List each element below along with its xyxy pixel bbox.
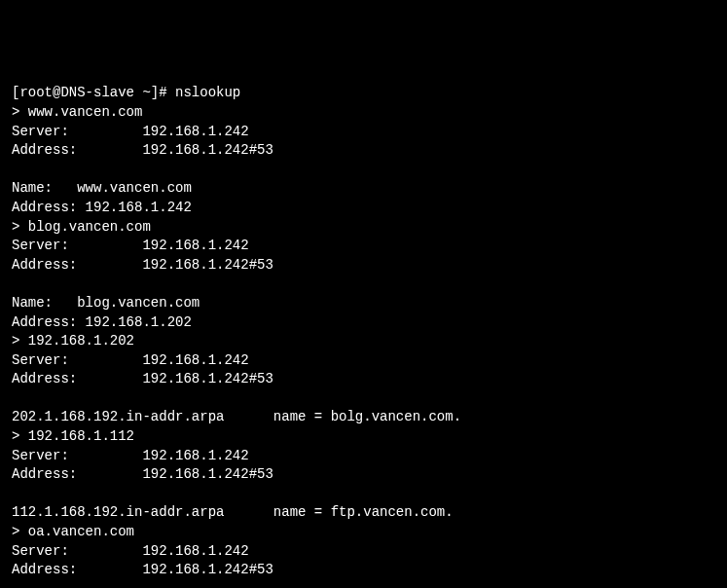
address-line: Address: 192.168.1.242 [12,200,192,215]
address-line: Address: 192.168.1.242#53 [12,466,273,482]
query-line: > www.vancen.com [12,104,142,120]
address-line: Address: 192.168.1.242#53 [12,562,273,577]
terminal-output[interactable]: [root@DNS-slave ~]# nslookup > www.vance… [12,84,715,588]
query-line: > blog.vancen.com [12,219,151,235]
address-line: Address: 192.168.1.242#53 [12,257,273,273]
server-line: Server: 192.168.1.242 [12,352,249,368]
address-line: Address: 192.168.1.202 [12,314,192,330]
query-line: > 192.168.1.112 [12,428,134,444]
name-line: Name: blog.vancen.com [12,295,200,311]
name-line: Name: www.vancen.com [12,180,192,196]
address-line: Address: 192.168.1.242#53 [12,371,273,386]
query-line: > oa.vancen.com [12,524,134,539]
server-line: Server: 192.168.1.242 [12,124,249,139]
server-line: Server: 192.168.1.242 [12,238,249,253]
query-line: > 192.168.1.202 [12,333,134,349]
ptr-line: 202.1.168.192.in-addr.arpa name = bolg.v… [12,409,461,424]
server-line: Server: 192.168.1.242 [12,543,249,559]
ptr-line: 112.1.168.192.in-addr.arpa name = ftp.va… [12,504,454,520]
prompt-line: [root@DNS-slave ~]# nslookup [12,85,240,100]
address-line: Address: 192.168.1.242#53 [12,142,273,158]
server-line: Server: 192.168.1.242 [12,448,249,463]
